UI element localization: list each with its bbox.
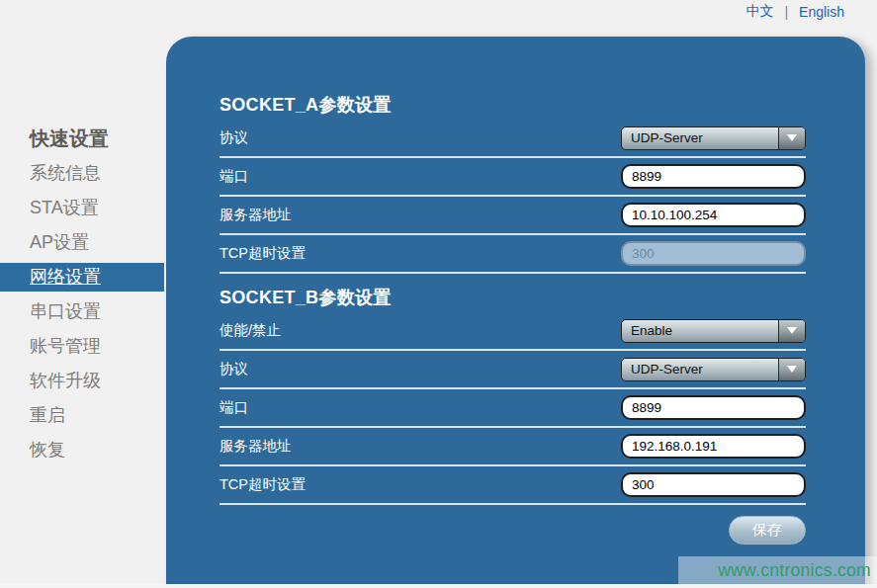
lang-english-link[interactable]: English: [799, 4, 844, 20]
sidebar-item[interactable]: 串口设置: [0, 294, 164, 329]
field-label: TCP超时设置: [219, 475, 621, 494]
sidebar-item[interactable]: AP设置: [0, 225, 164, 260]
text-input[interactable]: [621, 203, 806, 227]
sidebar-item[interactable]: 快速设置: [0, 122, 164, 156]
sidebar-item-label: 串口设置: [30, 301, 101, 321]
form-row: 使能/禁止 Enable: [219, 312, 806, 351]
lang-separator: |: [784, 4, 788, 20]
chevron-down-icon[interactable]: [778, 127, 805, 149]
triangle-glyph: [787, 366, 797, 373]
text-input[interactable]: [621, 472, 806, 497]
form-row: 协议 UDP-Server: [219, 351, 806, 389]
dropdown[interactable]: Enable: [621, 319, 806, 343]
form-row: TCP超时设置 300: [219, 235, 806, 274]
field-label: 服务器地址: [219, 206, 621, 224]
form-row: 端口 8899: [219, 389, 806, 428]
text-input: [621, 241, 806, 266]
form-row: 协议 UDP-Server: [219, 120, 806, 158]
dropdown-selected-value: UDP-Server: [622, 359, 778, 380]
form-row: 服务器地址 192.168.0.191: [219, 428, 806, 466]
field-label: 服务器地址: [219, 437, 621, 456]
field-label: 协议: [219, 360, 621, 378]
settings-panel: SOCKET_A参数设置 协议 UDP-Server 端口: [166, 37, 865, 588]
sidebar-item-label: 系统信息: [30, 163, 101, 183]
socket-a-rows: 协议 UDP-Server 端口 8899: [219, 120, 806, 274]
text-input[interactable]: [621, 395, 806, 420]
language-switcher: 中文 | English: [745, 3, 844, 21]
triangle-glyph: [787, 134, 797, 141]
socket-b-title: SOCKET_B参数设置: [219, 283, 806, 312]
sidebar-item[interactable]: 恢复: [0, 433, 164, 467]
bottom-strip: [0, 584, 877, 588]
sidebar-item[interactable]: 重启: [0, 398, 164, 433]
panel-content: SOCKET_A参数设置 协议 UDP-Server 端口: [166, 37, 865, 545]
socket-b-rows: 使能/禁止 Enable 协议 UDP-Server: [219, 312, 806, 505]
form-row: TCP超时设置 300: [219, 466, 806, 505]
sidebar-item-label: 账号管理: [30, 336, 101, 356]
field-label: 使能/禁止: [219, 321, 621, 340]
watermark-text: www.cntronics.com: [718, 560, 871, 581]
socket-b-section: SOCKET_B参数设置 使能/禁止 Enable 协议: [219, 283, 806, 505]
save-button[interactable]: 保存: [729, 516, 806, 545]
dropdown[interactable]: UDP-Server: [621, 126, 806, 150]
sidebar-item-label: 网络设置: [30, 267, 101, 287]
sidebar-item-label: AP设置: [30, 232, 89, 252]
chevron-down-icon[interactable]: [778, 320, 805, 342]
sidebar-item[interactable]: 系统信息: [0, 156, 164, 191]
field-label: TCP超时设置: [219, 244, 621, 263]
dropdown-selected-value: UDP-Server: [622, 127, 778, 149]
field-label: 端口: [219, 398, 621, 417]
chevron-down-icon[interactable]: [778, 359, 805, 380]
save-row: 保存: [219, 505, 806, 545]
sidebar-item[interactable]: 账号管理: [0, 329, 164, 364]
socket-a-title: SOCKET_A参数设置: [219, 90, 806, 120]
sidebar-item-label: 重启: [30, 405, 65, 425]
sidebar-item-label: 快速设置: [30, 127, 109, 149]
form-row: 服务器地址 10.10.100.254: [219, 197, 806, 235]
text-input[interactable]: [621, 164, 806, 189]
dropdown[interactable]: UDP-Server: [621, 358, 806, 381]
text-input[interactable]: [621, 434, 806, 459]
sidebar-item[interactable]: STA设置: [0, 191, 164, 225]
sidebar-item-label: STA设置: [30, 198, 99, 217]
sidebar-item[interactable]: 网络设置: [0, 263, 164, 292]
field-label: 协议: [219, 128, 621, 147]
lang-chinese-link[interactable]: 中文: [745, 3, 773, 21]
sidebar-item[interactable]: 软件升级: [0, 364, 164, 398]
triangle-glyph: [787, 327, 797, 334]
sidebar-nav: 快速设置 系统信息 STA设置 AP设置 网络设置 串口设置 账号管理 软件升级…: [0, 122, 164, 467]
socket-a-section: SOCKET_A参数设置 协议 UDP-Server 端口: [219, 90, 806, 274]
sidebar-item-label: 软件升级: [30, 371, 101, 390]
form-row: 端口 8899: [219, 158, 806, 197]
field-label: 端口: [219, 167, 621, 186]
sidebar-item-label: 恢复: [30, 440, 65, 460]
watermark-bar: www.cntronics.com: [678, 556, 877, 584]
dropdown-selected-value: Enable: [622, 320, 778, 342]
